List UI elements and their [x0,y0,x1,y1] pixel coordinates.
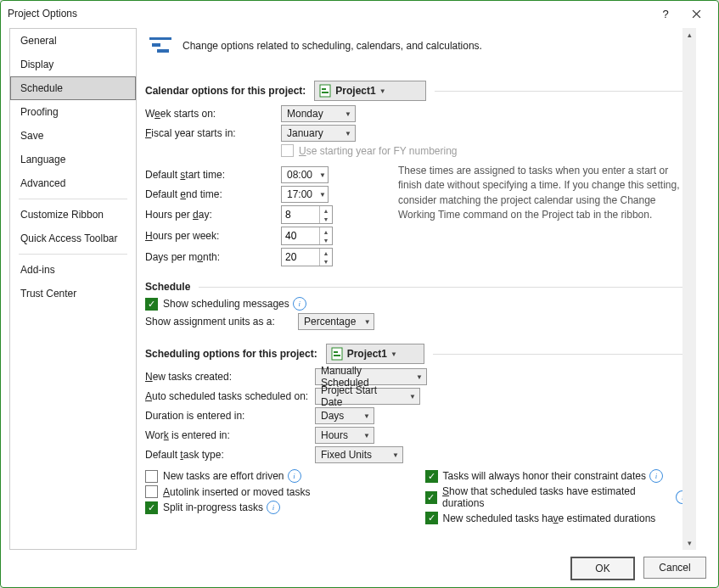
help-button[interactable]: ? [650,2,681,25]
sidebar-item-trust-center[interactable]: Trust Center [10,282,136,305]
info-icon[interactable]: i [293,297,306,311]
intro-text: Change options related to scheduling, ca… [183,40,482,52]
chevron-down-icon: ▼ [389,451,402,459]
spinner-down[interactable]: ▼ [320,236,332,244]
svg-rect-8 [334,355,340,356]
svg-rect-4 [322,88,326,90]
sidebar-item-add-ins[interactable]: Add-ins [10,258,136,282]
default-task-type-label: Default task type: [145,449,315,461]
default-start-select[interactable]: 08:00▼ [281,166,329,183]
effort-driven-checkbox[interactable]: New tasks are effort driven [145,470,284,483]
spinner-up[interactable]: ▲ [320,227,332,236]
close-icon [692,9,701,19]
scheduling-project-select[interactable]: Project1▼ [326,344,424,364]
fiscal-year-select[interactable]: January▼ [281,125,356,142]
svg-rect-7 [334,351,338,353]
category-sidebar: General Display Schedule Proofing Save L… [9,28,137,550]
svg-rect-0 [149,37,171,40]
sidebar-item-quick-access-toolbar[interactable]: Quick Access Toolbar [10,227,136,250]
default-task-type-select[interactable]: Fixed Units▼ [315,446,403,463]
svg-rect-5 [322,92,329,93]
spinner-down[interactable]: ▼ [320,257,332,266]
work-entered-select[interactable]: Hours▼ [315,427,374,444]
split-in-progress-checkbox[interactable]: ✓Split in-progress tasks [145,501,263,514]
new-tasks-label: New tasks created: [145,371,315,383]
new-tasks-estimated-checkbox[interactable]: ✓New scheduled tasks have estimated dura… [425,512,656,524]
sidebar-item-save[interactable]: Save [10,124,136,148]
scroll-down-arrow[interactable]: ▾ [682,536,696,550]
autolink-checkbox[interactable]: Autolink inserted or moved tasks [145,485,310,498]
chevron-down-icon: ▼ [361,318,374,326]
new-tasks-select[interactable]: Manually Scheduled▼ [315,368,427,385]
chevron-down-icon: ▼ [317,171,328,179]
chevron-down-icon: ▼ [360,432,374,440]
default-end-select[interactable]: 17:00▼ [281,186,329,203]
assignment-units-select[interactable]: Percentage▼ [298,313,374,330]
schedule-section-icon [149,35,172,57]
project-file-icon [330,347,344,361]
chevron-down-icon: ▼ [317,191,328,199]
svg-rect-2 [157,49,169,53]
week-starts-select[interactable]: Monday▼ [281,105,356,122]
info-icon[interactable]: i [267,501,280,514]
assignment-units-label: Show assignment units as a: [145,316,298,328]
sidebar-item-language[interactable]: Language [10,148,136,171]
titlebar: Project Options ? [1,1,718,26]
week-starts-label: Week starts on: [145,108,281,120]
info-icon[interactable]: i [288,469,301,483]
sidebar-item-proofing[interactable]: Proofing [10,100,136,124]
spinner-up[interactable]: ▲ [320,249,332,257]
chevron-down-icon: ▼ [341,130,355,137]
chevron-down-icon: ▼ [406,393,419,400]
fiscal-year-label: Fiscal year starts in: [145,127,281,139]
sidebar-item-advanced[interactable]: Advanced [10,171,136,195]
hours-per-week-label: Hours per week: [145,230,281,242]
auto-scheduled-label: Auto scheduled tasks scheduled on: [145,390,315,402]
days-per-month-spinner[interactable]: ▲▼ [281,248,333,266]
days-per-month-label: Days per month: [145,251,281,263]
duration-entered-select[interactable]: Days▼ [315,407,374,424]
svg-rect-6 [332,348,342,360]
spinner-up[interactable]: ▲ [320,206,332,215]
sidebar-item-customize-ribbon[interactable]: Customize Ribbon [10,203,136,227]
section-calendar-options: Calendar options for this project: [145,85,306,97]
ok-button[interactable]: OK [570,557,635,580]
section-scheduling-options: Scheduling options for this project: [145,348,317,360]
cancel-button[interactable]: Cancel [643,557,706,579]
default-start-label: Default start time: [145,169,281,181]
honor-constraints-checkbox[interactable]: ✓Tasks will always honor their constrain… [425,470,646,483]
vertical-scrollbar[interactable]: ▴ ▾ [682,28,696,550]
use-starting-year-checkbox: Use starting year for FY numbering [281,144,458,157]
chevron-down-icon: ▼ [341,110,355,118]
section-schedule: Schedule [145,281,190,293]
sidebar-item-schedule[interactable]: Schedule [10,76,136,100]
svg-rect-1 [152,43,160,47]
project-options-dialog: Project Options ? General Display Schedu… [0,0,719,588]
sidebar-item-display[interactable]: Display [10,53,136,76]
dialog-footer: OK Cancel [570,557,706,580]
close-button[interactable] [681,2,711,25]
scroll-up-arrow[interactable]: ▴ [682,28,696,42]
chevron-down-icon: ▼ [360,412,374,420]
default-end-label: Default end time: [145,188,281,200]
auto-scheduled-select[interactable]: Project Start Date▼ [315,388,420,405]
main-content: Change options related to scheduling, ca… [145,28,694,527]
calendar-project-select[interactable]: Project1▼ [314,81,426,101]
sidebar-item-general[interactable]: General [10,29,136,53]
svg-rect-3 [320,85,330,97]
duration-entered-label: Duration is entered in: [145,410,315,422]
work-entered-label: Work is entered in: [145,429,315,441]
hours-per-day-label: Hours per day: [145,209,281,221]
chevron-down-icon: ▼ [387,350,401,358]
hours-per-day-spinner[interactable]: ▲▼ [281,205,333,224]
info-icon[interactable]: i [649,469,663,483]
hours-per-week-spinner[interactable]: ▲▼ [281,227,333,245]
show-estimated-durations-checkbox[interactable]: ✓Show that scheduled tasks have estimate… [425,485,673,509]
project-file-icon [318,84,332,98]
time-hint-text: These times are assigned to tasks when y… [398,164,689,269]
chevron-down-icon: ▼ [376,87,390,95]
spinner-down[interactable]: ▼ [320,215,332,223]
chevron-down-icon: ▼ [413,373,426,381]
window-title: Project Options [8,8,77,20]
show-scheduling-messages-checkbox[interactable]: ✓Show scheduling messages [145,298,289,311]
